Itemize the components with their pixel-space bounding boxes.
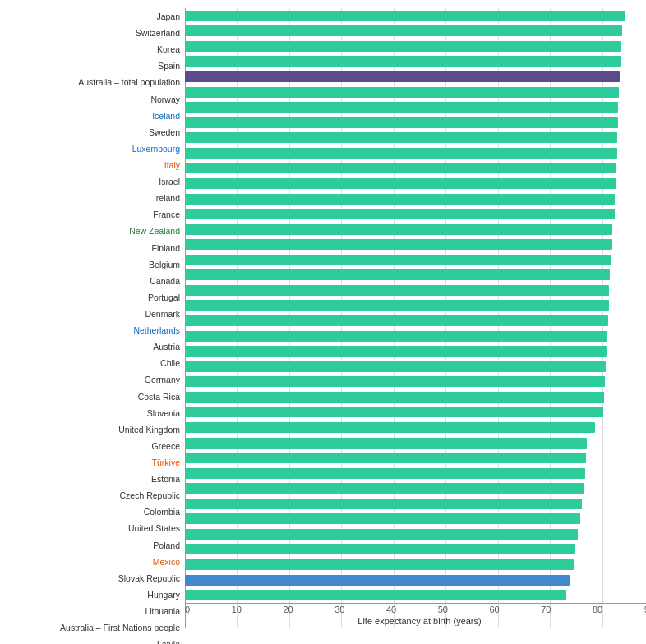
bar-row-8 xyxy=(185,131,646,146)
y-label-3: Spain xyxy=(8,58,185,74)
y-label-24: Slovenia xyxy=(8,405,185,421)
y-label-13: New Zealand xyxy=(8,223,185,239)
y-label-22: Germany xyxy=(8,371,185,388)
bar-row-22 xyxy=(185,343,646,359)
bar-37 xyxy=(185,575,570,586)
y-label-38: Latvia xyxy=(8,636,185,644)
y-label-33: Mexico xyxy=(8,554,185,570)
bar-2 xyxy=(185,41,621,52)
y-label-1: Switzerland xyxy=(8,25,185,41)
y-label-26: Greece xyxy=(8,438,185,454)
y-label-2: Korea xyxy=(8,41,185,58)
bar-28 xyxy=(185,438,587,448)
bar-10 xyxy=(185,163,616,173)
y-label-35: Hungary xyxy=(8,586,185,603)
bar-row-5 xyxy=(185,85,646,100)
x-axis-line xyxy=(185,603,646,604)
bar-29 xyxy=(185,453,586,463)
bar-row-3 xyxy=(185,54,646,70)
bar-row-12 xyxy=(185,191,646,207)
bar-5 xyxy=(185,87,619,98)
bar-12 xyxy=(185,194,615,205)
bar-row-15 xyxy=(185,237,646,252)
bar-0 xyxy=(185,11,625,21)
y-label-12: France xyxy=(8,206,185,223)
y-label-25: United Kingdom xyxy=(8,421,185,438)
bar-11 xyxy=(185,178,616,189)
y-label-37: Australia – First Nations people xyxy=(8,619,185,636)
bar-row-38 xyxy=(185,587,646,603)
x-tick: 20 xyxy=(283,605,293,614)
y-label-7: Sweden xyxy=(8,124,185,140)
bar-16 xyxy=(185,255,611,265)
bar-row-36 xyxy=(185,557,646,573)
bar-32 xyxy=(185,499,582,509)
bar-9 xyxy=(185,148,617,159)
bar-7 xyxy=(185,117,618,128)
x-axis-label: Life expectancy at birth (years) xyxy=(185,616,646,626)
bar-row-30 xyxy=(185,466,646,481)
bar-38 xyxy=(185,590,566,600)
bar-row-27 xyxy=(185,420,646,435)
y-label-6: Iceland xyxy=(8,108,185,124)
bar-36 xyxy=(185,559,574,570)
y-label-16: Canada xyxy=(8,273,185,289)
bar-row-31 xyxy=(185,481,646,496)
x-tick: 40 xyxy=(386,605,396,614)
bar-35 xyxy=(185,544,575,554)
bar-21 xyxy=(185,331,607,342)
y-labels: JapanSwitzerlandKoreaSpainAustralia – to… xyxy=(8,8,185,644)
bar-row-18 xyxy=(185,283,646,298)
y-label-14: Finland xyxy=(8,240,185,256)
bar-row-21 xyxy=(185,329,646,344)
y-label-23: Costa Rica xyxy=(8,389,185,405)
bar-23 xyxy=(185,361,606,372)
bar-14 xyxy=(185,224,612,235)
y-label-19: Netherlands xyxy=(8,322,185,338)
bar-row-9 xyxy=(185,145,646,161)
bar-13 xyxy=(185,209,615,219)
bar-25 xyxy=(185,392,604,402)
x-tick: 70 xyxy=(541,605,551,614)
bar-row-35 xyxy=(185,542,646,558)
y-label-36: Lithuania xyxy=(8,603,185,619)
y-label-29: Czech Republic xyxy=(8,487,185,504)
bar-4 xyxy=(185,71,620,82)
y-label-34: Slovak Republic xyxy=(8,570,185,586)
bar-row-14 xyxy=(185,222,646,237)
bar-row-32 xyxy=(185,496,646,512)
x-tick: 50 xyxy=(438,605,448,614)
chart-container: JapanSwitzerlandKoreaSpainAustralia – to… xyxy=(8,8,646,644)
bars-area: 0102030405060708090 Life expectancy at b… xyxy=(185,8,646,644)
bar-15 xyxy=(185,239,612,250)
bar-22 xyxy=(185,346,607,356)
bar-row-16 xyxy=(185,252,646,268)
chart-area: JapanSwitzerlandKoreaSpainAustralia – to… xyxy=(8,8,646,644)
bar-19 xyxy=(185,300,609,310)
bar-row-25 xyxy=(185,389,646,405)
y-label-20: Austria xyxy=(8,338,185,355)
y-label-31: United States xyxy=(8,520,185,536)
y-label-5: Norway xyxy=(8,91,185,108)
x-tick: 30 xyxy=(335,605,344,614)
bar-row-11 xyxy=(185,176,646,191)
bar-row-6 xyxy=(185,99,646,115)
bar-row-10 xyxy=(185,161,646,177)
y-label-10: Israel xyxy=(8,173,185,190)
bar-33 xyxy=(185,513,580,524)
y-label-8: Luxembourg xyxy=(8,140,185,157)
bar-30 xyxy=(185,468,585,479)
bar-row-13 xyxy=(185,206,646,222)
y-label-4: Australia – total population xyxy=(8,74,185,90)
bar-8 xyxy=(185,132,617,143)
x-ticks: 0102030405060708090 xyxy=(185,605,646,614)
y-label-21: Chile xyxy=(8,355,185,371)
bar-row-28 xyxy=(185,435,646,451)
y-label-28: Estonia xyxy=(8,471,185,487)
bar-34 xyxy=(185,529,578,540)
bar-row-34 xyxy=(185,527,646,542)
y-label-18: Denmark xyxy=(8,306,185,322)
bar-row-7 xyxy=(185,115,646,131)
y-label-15: Belgium xyxy=(8,256,185,273)
y-label-9: Italy xyxy=(8,157,185,173)
